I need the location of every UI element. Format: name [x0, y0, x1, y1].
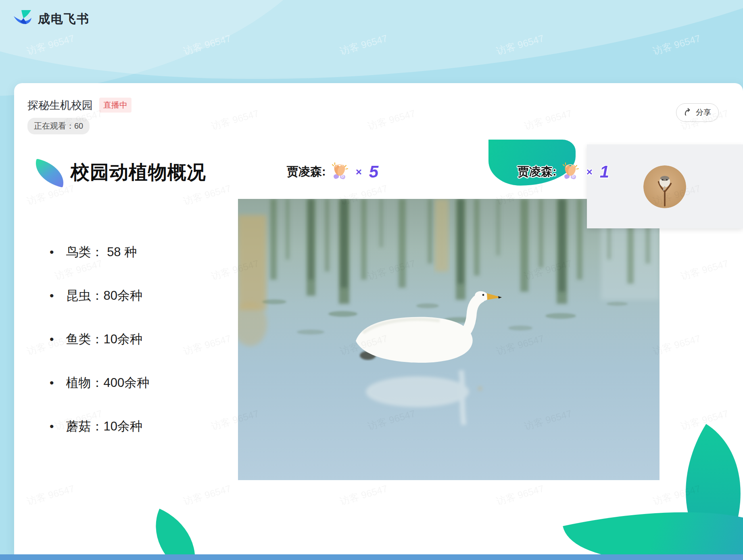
bullet-text: 鸟类： 58 种 [66, 243, 137, 261]
list-item: •植物：400余种 [50, 374, 149, 392]
live-title-row: 探秘生机校园 直播中 [27, 98, 131, 113]
viewer-count-badge: 正在观看：60 [27, 118, 90, 134]
leaf-decoration [140, 509, 211, 554]
bullet-text: 植物：400余种 [66, 374, 150, 392]
footer-bar [0, 554, 743, 560]
reaction-multiplier-sign: × [586, 166, 593, 178]
bullet-dot-icon: • [50, 417, 54, 436]
leaf-decoration-icon [31, 159, 68, 188]
live-card: 探秘生机校园 直播中 正在观看：60 分享 校园动植物概况 •鸟类： 58 种 … [14, 83, 743, 554]
bullet-dot-icon: • [50, 374, 54, 392]
list-item: •鸟类： 58 种 [50, 243, 149, 261]
share-button[interactable]: 分享 [676, 103, 719, 122]
list-item: •蘑菇：10余种 [50, 417, 149, 436]
clapping-hands-emoji-icon [561, 161, 580, 182]
clapping-hands-emoji-icon [330, 161, 349, 182]
presenter-avatar [643, 165, 686, 208]
species-bullet-list: •鸟类： 58 种 •昆虫：80余种 •鱼类：10余种 •植物：400余种 •蘑… [50, 243, 149, 461]
reaction-multiplier-sign: × [356, 166, 362, 178]
live-stream-page: { "app": { "name": "成电飞书" }, "live": { "… [0, 0, 743, 560]
app-header: 成电飞书 [12, 9, 90, 29]
reaction-user-name: 贾凌森: [518, 164, 557, 180]
presenter-video-overlay[interactable] [587, 144, 743, 228]
bullet-dot-icon: • [50, 330, 54, 349]
live-status-badge: 直播中 [99, 98, 131, 113]
visitor-watermark: 访客 96547 [651, 32, 702, 58]
bullet-text: 昆虫：80余种 [66, 286, 142, 305]
feishu-logo-icon [12, 9, 32, 29]
slide-title: 校园动植物概况 [71, 160, 206, 185]
live-title: 探秘生机校园 [27, 98, 93, 113]
bullet-dot-icon: • [50, 286, 54, 305]
reaction-count: 1 [600, 162, 609, 182]
reaction-user-name: 贾凌森: [287, 164, 326, 180]
bullet-text: 蘑菇：10余种 [66, 417, 142, 436]
reaction-message: 贾凌森: × 1 [518, 160, 609, 184]
share-label: 分享 [696, 107, 711, 118]
swan-photo [238, 199, 660, 480]
app-name: 成电飞书 [38, 11, 90, 27]
list-item: •昆虫：80余种 [50, 286, 149, 305]
reaction-message: 贾凌森: × 5 [287, 160, 378, 184]
share-icon [684, 107, 693, 118]
bullet-text: 鱼类：10余种 [66, 330, 142, 349]
reaction-count: 5 [369, 162, 378, 182]
bullet-dot-icon: • [50, 243, 54, 261]
list-item: •鱼类：10余种 [50, 330, 149, 349]
